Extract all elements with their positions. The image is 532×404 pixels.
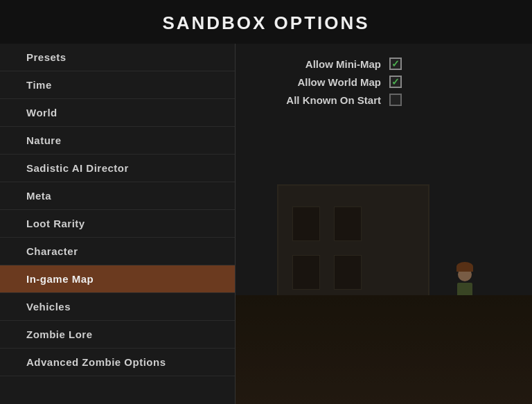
content-area: PresetsTimeWorldNatureSadistic AI Direct…: [0, 44, 532, 404]
sidebar-item-loot-rarity[interactable]: Loot Rarity: [0, 210, 235, 238]
sidebar-item-advanced-zombie-options[interactable]: Advanced Zombie Options: [0, 349, 235, 376]
header: SANDBOX OPTIONS: [0, 0, 532, 44]
sidebar-item-world[interactable]: World: [0, 99, 235, 127]
option-label-allow-mini-map: Allow Mini-Map: [256, 58, 381, 70]
option-row-allow-mini-map: Allow Mini-Map: [256, 58, 511, 70]
option-label-allow-world-map: Allow World Map: [256, 76, 381, 88]
checkbox-allow-world-map[interactable]: [389, 76, 402, 88]
option-label-all-known-on-start: All Known On Start: [256, 94, 381, 106]
sidebar-item-presets[interactable]: Presets: [0, 44, 235, 71]
sidebar-item-meta[interactable]: Meta: [0, 182, 235, 210]
page-title: SANDBOX OPTIONS: [162, 12, 369, 33]
window-3: [292, 255, 320, 290]
character-head: [458, 267, 472, 281]
sidebar-item-zombie-lore[interactable]: Zombie Lore: [0, 321, 235, 349]
sidebar-item-nature[interactable]: Nature: [0, 127, 235, 155]
game-scene: [236, 157, 532, 404]
window-4: [334, 255, 362, 290]
option-row-all-known-on-start: All Known On Start: [256, 94, 511, 106]
sidebar-item-in-game-map[interactable]: In-game Map: [0, 265, 235, 293]
character-hair: [456, 262, 473, 272]
options-list: Allow Mini-MapAllow World MapAll Known O…: [256, 58, 511, 106]
sidebar-item-sadistic-ai-director[interactable]: Sadistic AI Director: [0, 155, 235, 182]
window-2: [334, 207, 362, 241]
checkbox-allow-mini-map[interactable]: [389, 58, 402, 70]
scene-floor: [236, 295, 532, 404]
sidebar: PresetsTimeWorldNatureSadistic AI Direct…: [0, 44, 236, 404]
checkbox-all-known-on-start[interactable]: [389, 94, 402, 106]
page-container: SANDBOX OPTIONS PresetsTimeWorldNatureSa…: [0, 0, 532, 404]
right-panel: Allow Mini-MapAllow World MapAll Known O…: [236, 44, 532, 404]
sidebar-item-character[interactable]: Character: [0, 238, 235, 265]
sidebar-item-time[interactable]: Time: [0, 71, 235, 99]
option-row-allow-world-map: Allow World Map: [256, 76, 511, 88]
sidebar-item-vehicles[interactable]: Vehicles: [0, 293, 235, 321]
window-1: [292, 207, 320, 241]
